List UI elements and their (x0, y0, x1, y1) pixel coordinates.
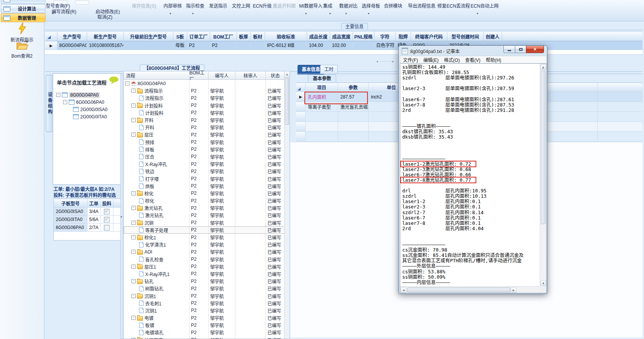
process-row-selected[interactable]: 等离子处理P2邹宇航已编写 (124, 226, 285, 234)
toolbar-button[interactable]: 发送指示 (209, 2, 227, 9)
dropdown-arrow-icon[interactable]: ▾ (329, 12, 331, 15)
column-header[interactable]: 升级前旧生产型号 (124, 31, 173, 41)
column-header[interactable]: 编写人 (209, 71, 235, 80)
collapse-icon[interactable]: - (131, 294, 136, 298)
menu-item[interactable]: 格式(O) (441, 56, 462, 63)
close-button[interactable]: × (526, 46, 544, 53)
toolbar-button[interactable]: 导出流程信息 (408, 2, 435, 9)
dropdown-arrow-icon[interactable]: ▾ (345, 12, 347, 15)
collapse-icon[interactable]: - (125, 81, 129, 86)
process-row[interactable]: 铣边P2邹宇航已编写 (124, 168, 285, 175)
menu-item[interactable]: 查看(V) (463, 56, 483, 63)
process-row[interactable]: -计划投料P2邹宇航已编写 (124, 102, 285, 109)
process-row[interactable]: -8G00G04PA0 (124, 80, 285, 87)
process-row[interactable]: 预排P2邹宇航已编写 (124, 139, 285, 146)
sidebar-item-design-algorithm[interactable]: 设计算法 (1, 4, 45, 13)
scroll-up-icon[interactable]: ▲ (285, 71, 290, 78)
tab-main-info[interactable]: 主要信息 (341, 23, 368, 30)
feed-checkbox[interactable] (104, 209, 110, 215)
minimize-button[interactable] (503, 46, 515, 53)
row-selector[interactable]: ▶ (45, 41, 57, 50)
subboard-row[interactable]: 6G00G06PA0 2/7A (54, 224, 123, 232)
process-row[interactable]: 板镀P2邹宇航已编写 (124, 321, 285, 329)
menu-item[interactable]: 编辑(E) (421, 56, 441, 63)
tab-work-hours[interactable]: 工时 (320, 65, 338, 74)
column-header[interactable]: 字符 (374, 31, 396, 41)
toolbar-button[interactable]: 修复ECN丢流程 (437, 2, 470, 9)
toolbar-button[interactable]: 重选开料图 (273, 2, 296, 9)
horizontal-scrollbar[interactable]: ◄ ► (400, 286, 540, 293)
select-all-header[interactable] (296, 83, 306, 92)
column-header[interactable]: 核审人 (235, 71, 266, 80)
collapse-icon[interactable]: - (131, 191, 136, 195)
process-row[interactable]: -外层干膜P2邹宇航已编写 (124, 336, 285, 339)
collapse-left-icon[interactable]: ◂ (120, 215, 122, 218)
toolbar-button[interactable]: 指示检查 (186, 2, 204, 9)
tree-node[interactable]: - 6G00G06PA0 (53, 98, 123, 106)
collapse-icon[interactable]: - (131, 250, 136, 254)
column-header[interactable]: 状态 (266, 71, 285, 80)
process-row[interactable]: 激光钻孔P2邹宇航已编写 (124, 211, 285, 219)
process-row[interactable]: X-Ray冲孔P2邹宇航已编写 (124, 160, 285, 168)
process-row[interactable]: 流程指示P2邹宇航已编写 (124, 94, 285, 102)
toolbar-button[interactable]: 合拼模块 (384, 2, 402, 9)
toolbar-button[interactable]: ECN升级 (253, 2, 272, 9)
column-header[interactable]: 阻焊 (396, 31, 411, 41)
toolbar-button[interactable]: 集成 (323, 2, 332, 9)
scrollbar-thumb[interactable] (407, 287, 510, 292)
column-header[interactable]: 投料 (100, 199, 113, 207)
column-header[interactable]: 创建人 (484, 31, 502, 41)
dropdown-arrow-icon[interactable]: ▾ (368, 12, 369, 15)
notepad-text-area[interactable]: ss铜面积: 144.49孔铜面积(含板面积): 288.55szdrl 层单面… (400, 64, 540, 286)
toolbar-button[interactable]: 取消(Z) (97, 13, 112, 20)
toolbar-button[interactable]: 内部审核 (163, 2, 182, 9)
process-row[interactable]: -棕化1P2邹宇航已编写 (124, 234, 285, 241)
collapse-icon[interactable]: - (131, 265, 136, 269)
menu-item[interactable]: 文件(F) (400, 56, 421, 63)
collapse-icon[interactable]: - (131, 279, 136, 283)
toolbar-button[interactable]: 保存信息(S) (132, 2, 156, 9)
process-row[interactable]: 盲孔检查P2邹宇航已编写 (124, 256, 285, 263)
process-row[interactable]: 压合P2邹宇航已编写 (124, 153, 285, 160)
column-header[interactable]: 工单 (87, 199, 100, 207)
dropdown-arrow-icon[interactable]: ▾ (305, 12, 307, 15)
column-header[interactable]: 板材 (251, 31, 265, 41)
process-row[interactable]: X-Ray冲孔1P2邹宇航已编写 (124, 270, 285, 278)
dropdown-arrow-icon[interactable]: ▾ (477, 12, 478, 15)
column-header[interactable]: 验收标准 (265, 31, 307, 41)
process-row[interactable]: -沉铜P2邹宇航已编写 (124, 219, 285, 226)
scroll-up-icon[interactable]: ▲ (540, 64, 546, 70)
collapse-icon[interactable]: - (131, 89, 136, 93)
column-header[interactable]: PNL规格 (353, 31, 374, 41)
tree-node[interactable]: 2G00G0ISA0 (53, 106, 123, 113)
toolbar-button[interactable]: 数据对比 (339, 2, 358, 9)
process-row[interactable]: 去毛刺1P2邹宇航已编写 (124, 300, 285, 307)
process-row[interactable]: -流程指示P2邹宇航已编写 (124, 87, 285, 94)
scroll-down-icon[interactable]: ▼ (540, 280, 546, 286)
select-all-header[interactable] (45, 31, 57, 41)
process-row[interactable]: 打字喽P2邹宇航已编写 (124, 175, 285, 182)
scrollbar-thumb[interactable] (285, 78, 289, 125)
column-header[interactable]: 项目 (306, 83, 338, 92)
process-row[interactable]: 电镀填孔P2邹宇航已编写 (124, 329, 285, 336)
process-row[interactable]: 开料P2邹宇航已编写 (124, 124, 285, 131)
process-row[interactable]: 烘板P2邹宇航已编写 (124, 182, 285, 190)
column-header[interactable]: 型号创建时间 (447, 31, 484, 41)
scrollbar-thumb[interactable] (541, 71, 545, 224)
process-row[interactable]: 计划投料P2邹宇航已编写 (124, 109, 285, 116)
vertical-scrollbar[interactable]: ▲ ▼ (540, 64, 546, 286)
collapse-icon[interactable]: - (131, 206, 136, 210)
process-row[interactable]: -层压P2邹宇航已编写 (124, 131, 285, 138)
feed-checkbox[interactable] (104, 225, 110, 231)
column-header[interactable]: 生产型号 (57, 31, 87, 41)
collapse-icon[interactable]: - (131, 316, 136, 320)
column-header[interactable]: BOM工厂 (210, 31, 237, 41)
process-row[interactable]: 棕化P2邹宇航已编写 (124, 197, 285, 204)
sidebar-item-partial[interactable] (1, 0, 45, 4)
menu-item[interactable]: 帮助(H) (483, 56, 504, 63)
column-header[interactable]: BOM工厂 (189, 71, 209, 80)
collapse-icon[interactable]: - (131, 132, 136, 137)
column-header[interactable]: 新生产型号 (87, 31, 124, 41)
main-table-row-selected[interactable]: ▶8G00G04PA010010800051674母板P2P2IPC-6012 … (45, 41, 642, 50)
column-header[interactable]: 成品长度 (307, 31, 330, 41)
